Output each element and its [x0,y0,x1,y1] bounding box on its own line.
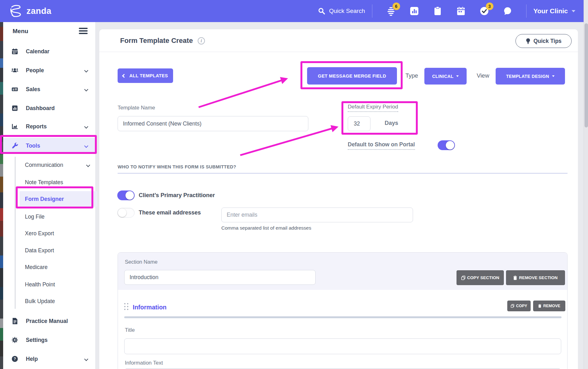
search-icon [318,7,325,15]
notify-section-divider [118,173,568,174]
messages-icon[interactable] [503,6,512,16]
clipboard-glyph-icon [434,6,442,16]
section-name-input[interactable] [124,270,316,285]
submenu-item-form-designer[interactable]: Form Designer [20,191,97,207]
hamburger-icon[interactable] [79,28,88,35]
sidebar-item-reports[interactable]: Reports [3,120,95,133]
page-title: Form Template Create [120,37,193,45]
sidebar-item-dashboard[interactable]: Dashboard [3,102,95,115]
expiry-days-input[interactable] [348,116,370,131]
waitlist-badge: 6 [393,3,400,10]
document-icon [11,318,18,325]
chevron-down-icon [85,67,88,73]
zanda-logo[interactable]: zanda [9,4,51,18]
sidebar-item-label: Reports [26,123,47,130]
caret-down-icon [456,75,459,77]
sidebar-item-help[interactable]: ? Help [3,352,95,366]
clinic-name: Your Clinic [533,7,568,15]
submenu-item-bulk-update[interactable]: Bulk Update [15,294,95,308]
email-addresses-toggle[interactable] [117,208,135,218]
view-dropdown[interactable]: TEMPLATE DESIGN [496,68,565,85]
info-icon[interactable]: i [198,37,205,44]
sidebar-item-label: Dashboard [26,105,55,112]
gear-icon [11,337,18,343]
header-divider-2 [526,4,527,18]
calendar-header-icon[interactable] [456,6,466,16]
emails-input[interactable] [221,208,413,222]
clipboard-icon[interactable] [433,6,442,16]
chevron-down-icon [85,124,88,129]
chat-bubble-icon [503,6,512,16]
title-divider [99,52,578,52]
sidebar-item-label: Settings [26,337,48,343]
copy-element-button[interactable]: COPY [507,301,531,311]
show-on-portal-toggle[interactable] [438,140,455,150]
sidebar-item-people[interactable]: People [3,64,95,77]
copy-icon [511,304,514,308]
get-message-merge-field-button[interactable]: GET MESSAGE MERGE FIELD [307,67,397,85]
sidebar-item-calendar[interactable]: Calendar [3,45,95,58]
type-dropdown[interactable]: CLINICAL [424,68,467,85]
dashboard-icon [11,105,18,112]
submenu-item-data-export[interactable]: Data Export [15,243,95,257]
drag-handle[interactable] [124,303,128,313]
caret-down-icon [552,75,555,77]
reports-chart-icon[interactable] [410,6,419,16]
title-field-label: Title [125,327,135,333]
days-unit-label: Days [385,120,398,126]
chevron-down-icon [85,356,88,362]
quick-tips-label: Quick Tips [533,38,562,44]
top-bar: zanda Quick Search 6 [0,0,588,22]
sidebar-item-label: Practice Manual [26,318,68,325]
reports-icon [11,123,18,130]
browser-tab-strip [0,22,3,369]
all-templates-button[interactable]: ALL TEMPLATES [118,68,173,83]
submenu-item-medicare[interactable]: Medicare [15,260,95,274]
trash-icon [513,276,517,280]
waitlist-icon[interactable]: 6 [386,6,396,16]
template-name-input[interactable] [118,116,308,131]
form-section-card: Section Name COPY SECTION REMOVE SECTION… [118,252,568,369]
sidebar-item-label: Calendar [26,48,49,55]
clinic-menu[interactable]: Your Clinic [533,7,575,15]
lightbulb-icon [526,38,531,44]
scrollbar-thumb[interactable] [585,23,588,127]
element-divider [124,316,562,318]
logo-text: zanda [26,6,51,16]
default-expiry-label: Default Expiry Period [348,104,398,112]
template-name-label: Template Name [118,105,155,111]
svg-text:?: ? [14,357,16,361]
bar-chart-icon [410,6,419,16]
quick-search-button[interactable]: Quick Search [318,7,365,15]
sidebar-item-sales[interactable]: $ Sales [3,83,95,96]
chevron-left-icon [122,74,126,78]
section-name-label: Section Name [125,259,158,265]
wrench-icon [11,142,18,149]
sidebar-item-label: Tools [26,143,40,149]
element-title[interactable]: Information [133,304,166,311]
primary-practitioner-label: Client’s Primary Practitioner [139,192,215,199]
tasks-badge: 3 [486,3,493,10]
submenu-item-note-templates[interactable]: Note Templates [15,175,95,189]
sidebar-item-tools[interactable]: Tools [3,138,95,154]
sidebar-item-practice-manual[interactable]: Practice Manual [3,314,95,328]
submenu-item-xero-export[interactable]: Xero Export [15,226,95,240]
notify-section-heading: WHO TO NOTIFY WHEN THIS FORM IS SUBMITTE… [118,164,236,169]
title-input[interactable] [124,338,561,354]
header-divider [372,4,372,18]
copy-section-button[interactable]: COPY SECTION [457,270,504,285]
sidebar-item-settings[interactable]: Settings [3,333,95,347]
submenu-item-log-file[interactable]: Log File [15,210,95,224]
submenu-item-communication[interactable]: Communication [15,158,95,172]
zanda-logo-icon [9,4,23,18]
email-addresses-label: These email addresses [139,209,201,216]
remove-section-button[interactable]: REMOVE SECTION [506,270,565,285]
tasks-icon[interactable]: 3 [480,6,489,16]
primary-practitioner-toggle[interactable] [117,190,135,200]
menu-title: Menu [13,28,28,35]
remove-element-button[interactable]: REMOVE [533,301,565,311]
submenu-item-health-point[interactable]: Health Point [15,278,95,291]
trash-icon [538,304,541,308]
quick-tips-button[interactable]: Quick Tips [515,34,572,48]
type-label: Type [405,72,418,79]
